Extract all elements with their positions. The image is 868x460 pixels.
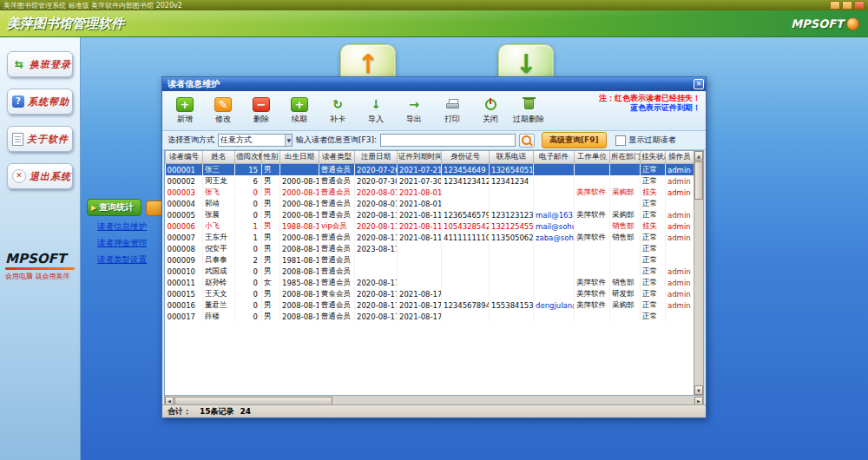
query-method-select[interactable]: 任意方式 ▼ xyxy=(218,134,293,147)
show-expired-checkbox[interactable] xyxy=(615,135,626,146)
close-dialog-button[interactable]: 关闭 xyxy=(473,93,508,129)
table-row[interactable]: 000002周王龙6男2000-08-1普通会员2020-07-302021-0… xyxy=(166,175,694,187)
table-row[interactable]: 000010武国成0男2008-08-1普通会员正常admin xyxy=(166,266,694,277)
sidebar-button-exit[interactable]: ✕ 退出系统 xyxy=(7,163,73,189)
reader-table-wrap: 读者编号姓名借阅次数性别出生日期读者类型注册日期证件到期时间身份证号联系电话电子… xyxy=(165,151,694,395)
table-cell: 15538415324 xyxy=(490,299,534,311)
column-header[interactable]: 姓名 xyxy=(203,151,235,164)
table-cell: 美萍软件 xyxy=(575,299,610,311)
table-cell: 12312312312 xyxy=(490,209,534,220)
table-cell: 周王龙 xyxy=(203,175,235,187)
table-cell: 正常 xyxy=(641,164,666,176)
search-button[interactable] xyxy=(519,134,535,148)
link-reader-type-settings[interactable]: 读者类型设置 xyxy=(97,254,147,266)
table-cell: 正常 xyxy=(641,311,666,322)
table-row[interactable]: 000007王东升1男2000-08-1普通会员2020-08-112021-0… xyxy=(166,232,694,243)
table-cell: 吕泰泰 xyxy=(203,254,235,266)
dialog-titlebar[interactable]: 读者信息维护 ✕ xyxy=(162,77,706,91)
export-button[interactable]: → 导出 xyxy=(397,93,431,129)
table-cell xyxy=(575,243,610,254)
column-header[interactable]: 操作员 xyxy=(666,151,694,164)
column-header[interactable]: 读者编号 xyxy=(166,151,203,164)
table-row[interactable]: 000016董君兰0男2008-08-1普通会员2020-08-172021-0… xyxy=(166,299,694,311)
column-header[interactable]: 读者类型 xyxy=(319,151,355,164)
maximize-icon[interactable] xyxy=(842,1,852,10)
column-header[interactable]: 挂失状态 xyxy=(641,151,666,164)
link-reader-deposit[interactable]: 读者押金管理 xyxy=(97,238,147,249)
table-row[interactable]: 000003张飞0男2000-08-1普通会员2020-08-012021-08… xyxy=(166,187,694,198)
table-cell: 普通会员 xyxy=(319,198,355,209)
window-titlebar: 美萍图书馆管理系统 标准版 美萍软件内部图书馆 2020v2 xyxy=(0,0,868,10)
brand-text: MPSOFT xyxy=(791,17,844,30)
table-row[interactable]: 000009吕泰泰2男1981-08-1普通会员正常 xyxy=(166,254,694,266)
column-header[interactable]: 身份证号 xyxy=(442,151,490,164)
vertical-scrollbar-thumb[interactable] xyxy=(694,161,703,200)
import-button[interactable]: ↓ 导入 xyxy=(358,93,393,129)
table-cell: 2020-07-26 xyxy=(355,164,398,176)
sidebar-button-about[interactable]: 关于软件 xyxy=(7,126,73,152)
table-row[interactable]: 000008倪安平0男2008-08-1普通会员2023-08-17正常 xyxy=(166,243,694,254)
replace-card-button[interactable]: ↻ 补卡 xyxy=(320,93,355,129)
table-cell: 美萍软件 xyxy=(575,288,610,299)
table-cell: 2008-08-1 xyxy=(280,288,319,299)
table-cell: 2021-08-11 xyxy=(398,232,442,243)
vertical-scrollbar[interactable]: ▲ ▼ xyxy=(694,151,703,395)
scroll-up-icon[interactable]: ▲ xyxy=(694,151,703,161)
table-cell xyxy=(442,187,490,198)
scroll-left-icon[interactable]: ◀ xyxy=(165,397,174,405)
table-row[interactable]: 000001张三15男普通会员2020-07-262021-07-2112345… xyxy=(166,164,694,176)
horizontal-scrollbar-thumb[interactable] xyxy=(174,397,332,405)
table-cell xyxy=(490,311,534,322)
table-cell xyxy=(490,277,534,288)
table-cell: 0 xyxy=(235,243,262,254)
table-row[interactable]: 000006小飞1男1988-08-1vip会员2020-08-112021-0… xyxy=(166,220,694,232)
scroll-down-icon[interactable]: ▼ xyxy=(694,385,703,395)
table-cell: zaba@sohu.cn xyxy=(534,232,575,243)
table-row[interactable]: 000017薛楼0男2008-08-1普通会员2020-08-172021-08… xyxy=(166,311,694,322)
document-icon xyxy=(12,133,23,146)
column-header[interactable]: 性别 xyxy=(262,151,280,164)
column-header[interactable]: 证件到期时间 xyxy=(398,151,442,164)
toolbar-label: 导入 xyxy=(368,114,384,125)
tab-label: 查询统计 xyxy=(99,201,134,214)
table-row[interactable]: 000005张晨0男2000-08-1普通会员2020-08-112021-08… xyxy=(166,209,694,220)
table-cell: vip会员 xyxy=(319,220,355,232)
column-header[interactable]: 联系电话 xyxy=(490,151,534,164)
add-button[interactable]: + 新增 xyxy=(168,93,202,129)
table-cell: 男 xyxy=(262,175,280,187)
column-header[interactable]: 工作单位 xyxy=(575,151,610,164)
table-row[interactable]: 000015王天文0男2008-08-1黄金会员2020-08-172021-0… xyxy=(166,288,694,299)
table-cell: 000015 xyxy=(166,288,203,299)
link-reader-info-maintenance[interactable]: 读者信息维护 xyxy=(97,221,147,233)
column-header[interactable]: 借阅次数 xyxy=(235,151,262,164)
print-button[interactable]: 打印 xyxy=(435,93,470,129)
table-row[interactable]: 000004郭靖0男2000-08-1普通会员2020-08-012021-08… xyxy=(166,198,694,209)
table-cell: 000003 xyxy=(166,187,203,198)
scroll-right-icon[interactable]: ▶ xyxy=(694,397,703,405)
renew-button[interactable]: + 续期 xyxy=(282,93,317,129)
sidebar-button-shift-login[interactable]: ⇆ 换班登录 xyxy=(7,51,73,77)
column-header[interactable]: 出生日期 xyxy=(280,151,319,164)
advanced-query-button[interactable]: 高级查询[F9] xyxy=(542,132,607,148)
dialog-close-icon[interactable]: ✕ xyxy=(694,79,704,89)
column-header[interactable]: 注册日期 xyxy=(355,151,398,164)
sidebar-button-system-help[interactable]: ? 系统帮助 xyxy=(7,89,73,115)
table-cell xyxy=(534,288,575,299)
edit-button[interactable]: ✎ 修改 xyxy=(206,93,240,129)
table-row[interactable]: 000011赵孙铃0女1985-08-1普通会员2020-08-17美萍软件销售… xyxy=(166,277,694,288)
column-header[interactable]: 电子邮件 xyxy=(534,151,575,164)
tab-query-statistics[interactable]: ▶ 查询统计 xyxy=(87,199,141,216)
tab-arrow-icon: ▶ xyxy=(91,204,96,212)
minimize-icon[interactable] xyxy=(830,1,840,10)
table-cell: 正常 xyxy=(641,232,666,243)
table-cell: admin xyxy=(666,232,694,243)
table-cell: 倪安平 xyxy=(203,243,235,254)
table-cell: 2021-08-11 xyxy=(398,209,442,220)
reader-search-input[interactable] xyxy=(380,134,516,147)
delete-expired-button[interactable]: 过期删除 xyxy=(511,93,546,129)
notice-text: 注：红色表示读者已经挂失！ 蓝色表示证件到期！ xyxy=(599,94,700,113)
close-icon[interactable] xyxy=(854,1,865,10)
table-cell: 000017 xyxy=(166,311,203,322)
delete-button[interactable]: − 删除 xyxy=(244,93,279,129)
column-header[interactable]: 所在部门 xyxy=(610,151,641,164)
